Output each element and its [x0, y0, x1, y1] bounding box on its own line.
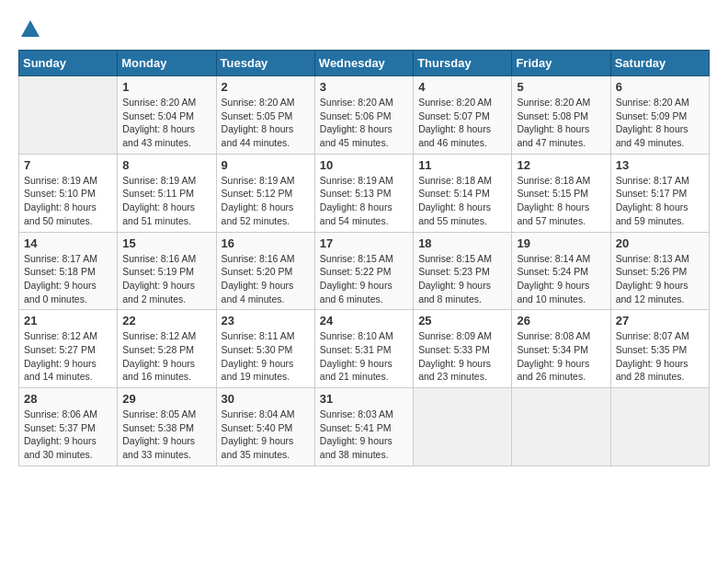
day-number: 13 — [616, 158, 704, 172]
day-number: 29 — [122, 392, 210, 406]
weekday-header-sunday: Sunday — [19, 51, 118, 76]
logo — [18, 18, 42, 40]
day-info: Sunrise: 8:11 AMSunset: 5:30 PMDaylight:… — [222, 329, 310, 384]
day-info: Sunrise: 8:19 AMSunset: 5:11 PMDaylight:… — [122, 174, 210, 228]
day-info: Sunrise: 8:16 AMSunset: 5:20 PMDaylight:… — [222, 252, 310, 306]
day-number: 17 — [320, 236, 408, 250]
day-number: 11 — [418, 158, 506, 172]
weekday-header-tuesday: Tuesday — [216, 51, 314, 76]
calendar-cell: 26Sunrise: 8:08 AMSunset: 5:34 PMDayligh… — [512, 310, 610, 388]
day-number: 25 — [418, 314, 506, 327]
day-info: Sunrise: 8:20 AMSunset: 5:05 PMDaylight:… — [222, 96, 310, 150]
calendar-cell: 28Sunrise: 8:06 AMSunset: 5:37 PMDayligh… — [19, 388, 118, 466]
day-number: 8 — [122, 158, 210, 172]
calendar-week-row: 14Sunrise: 8:17 AMSunset: 5:18 PMDayligh… — [19, 232, 710, 310]
day-number: 23 — [222, 314, 310, 327]
calendar-cell: 4Sunrise: 8:20 AMSunset: 5:07 PMDaylight… — [414, 76, 512, 155]
calendar-week-row: 28Sunrise: 8:06 AMSunset: 5:37 PMDayligh… — [19, 388, 710, 466]
day-number: 15 — [122, 236, 210, 250]
calendar-cell: 27Sunrise: 8:07 AMSunset: 5:35 PMDayligh… — [610, 310, 709, 388]
day-info: Sunrise: 8:19 AMSunset: 5:12 PMDaylight:… — [222, 174, 310, 228]
calendar-cell: 21Sunrise: 8:12 AMSunset: 5:27 PMDayligh… — [19, 310, 118, 388]
day-info: Sunrise: 8:15 AMSunset: 5:22 PMDaylight:… — [320, 252, 408, 306]
calendar-cell: 22Sunrise: 8:12 AMSunset: 5:28 PMDayligh… — [118, 310, 216, 388]
day-info: Sunrise: 8:20 AMSunset: 5:04 PMDaylight:… — [122, 96, 210, 150]
day-number: 19 — [517, 236, 605, 250]
calendar-header-row: SundayMondayTuesdayWednesdayThursdayFrid… — [19, 51, 710, 76]
day-info: Sunrise: 8:07 AMSunset: 5:35 PMDaylight:… — [616, 329, 704, 384]
logo-icon — [19, 18, 41, 40]
calendar-cell: 16Sunrise: 8:16 AMSunset: 5:20 PMDayligh… — [216, 232, 314, 310]
calendar-cell: 30Sunrise: 8:04 AMSunset: 5:40 PMDayligh… — [216, 388, 314, 466]
day-info: Sunrise: 8:16 AMSunset: 5:19 PMDaylight:… — [122, 252, 210, 306]
calendar-cell: 8Sunrise: 8:19 AMSunset: 5:11 PMDaylight… — [118, 154, 216, 232]
day-info: Sunrise: 8:18 AMSunset: 5:15 PMDaylight:… — [517, 174, 605, 228]
day-number: 27 — [616, 314, 704, 327]
day-number: 3 — [320, 80, 408, 94]
weekday-header-thursday: Thursday — [414, 51, 512, 76]
calendar-cell: 18Sunrise: 8:15 AMSunset: 5:23 PMDayligh… — [414, 232, 512, 310]
day-info: Sunrise: 8:17 AMSunset: 5:18 PMDaylight:… — [24, 252, 112, 306]
calendar-cell: 17Sunrise: 8:15 AMSunset: 5:22 PMDayligh… — [314, 232, 413, 310]
day-info: Sunrise: 8:20 AMSunset: 5:08 PMDaylight:… — [517, 96, 605, 150]
day-info: Sunrise: 8:20 AMSunset: 5:06 PMDaylight:… — [320, 96, 408, 150]
day-info: Sunrise: 8:06 AMSunset: 5:37 PMDaylight:… — [24, 408, 112, 462]
day-info: Sunrise: 8:08 AMSunset: 5:34 PMDaylight:… — [517, 329, 605, 384]
day-info: Sunrise: 8:04 AMSunset: 5:40 PMDaylight:… — [222, 408, 310, 462]
day-info: Sunrise: 8:19 AMSunset: 5:13 PMDaylight:… — [320, 174, 408, 228]
calendar-cell: 25Sunrise: 8:09 AMSunset: 5:33 PMDayligh… — [414, 310, 512, 388]
day-number: 7 — [24, 158, 112, 172]
day-number: 22 — [122, 314, 210, 327]
calendar-cell: 9Sunrise: 8:19 AMSunset: 5:12 PMDaylight… — [216, 154, 314, 232]
day-number: 10 — [320, 158, 408, 172]
calendar-cell: 19Sunrise: 8:14 AMSunset: 5:24 PMDayligh… — [512, 232, 610, 310]
calendar-cell: 24Sunrise: 8:10 AMSunset: 5:31 PMDayligh… — [314, 310, 413, 388]
day-info: Sunrise: 8:05 AMSunset: 5:38 PMDaylight:… — [122, 408, 210, 462]
day-number: 12 — [517, 158, 605, 172]
calendar-cell: 5Sunrise: 8:20 AMSunset: 5:08 PMDaylight… — [512, 76, 610, 155]
day-number: 1 — [122, 80, 210, 94]
day-number: 2 — [222, 80, 310, 94]
calendar-cell: 23Sunrise: 8:11 AMSunset: 5:30 PMDayligh… — [216, 310, 314, 388]
calendar-body: 1Sunrise: 8:20 AMSunset: 5:04 PMDaylight… — [19, 76, 710, 466]
calendar-table: SundayMondayTuesdayWednesdayThursdayFrid… — [18, 50, 710, 466]
day-number: 28 — [24, 392, 112, 406]
day-number: 14 — [24, 236, 112, 250]
calendar-cell: 20Sunrise: 8:13 AMSunset: 5:26 PMDayligh… — [610, 232, 709, 310]
calendar-week-row: 1Sunrise: 8:20 AMSunset: 5:04 PMDaylight… — [19, 76, 710, 155]
calendar-cell: 12Sunrise: 8:18 AMSunset: 5:15 PMDayligh… — [512, 154, 610, 232]
day-info: Sunrise: 8:15 AMSunset: 5:23 PMDaylight:… — [418, 252, 506, 306]
calendar-cell — [512, 388, 610, 466]
calendar-cell — [610, 388, 709, 466]
day-info: Sunrise: 8:09 AMSunset: 5:33 PMDaylight:… — [418, 329, 506, 384]
day-info: Sunrise: 8:10 AMSunset: 5:31 PMDaylight:… — [320, 329, 408, 384]
calendar-cell: 1Sunrise: 8:20 AMSunset: 5:04 PMDaylight… — [118, 76, 216, 155]
calendar-week-row: 21Sunrise: 8:12 AMSunset: 5:27 PMDayligh… — [19, 310, 710, 388]
calendar-cell: 6Sunrise: 8:20 AMSunset: 5:09 PMDaylight… — [610, 76, 709, 155]
day-info: Sunrise: 8:18 AMSunset: 5:14 PMDaylight:… — [418, 174, 506, 228]
day-info: Sunrise: 8:19 AMSunset: 5:10 PMDaylight:… — [24, 174, 112, 228]
day-info: Sunrise: 8:20 AMSunset: 5:07 PMDaylight:… — [418, 96, 506, 150]
calendar-cell: 3Sunrise: 8:20 AMSunset: 5:06 PMDaylight… — [314, 76, 413, 155]
day-number: 24 — [320, 314, 408, 327]
day-number: 30 — [222, 392, 310, 406]
calendar-cell: 15Sunrise: 8:16 AMSunset: 5:19 PMDayligh… — [118, 232, 216, 310]
weekday-header-monday: Monday — [118, 51, 216, 76]
calendar-cell — [19, 76, 118, 155]
day-number: 20 — [616, 236, 704, 250]
day-info: Sunrise: 8:13 AMSunset: 5:26 PMDaylight:… — [616, 252, 704, 306]
weekday-header-saturday: Saturday — [610, 51, 709, 76]
day-info: Sunrise: 8:12 AMSunset: 5:28 PMDaylight:… — [122, 329, 210, 384]
day-number: 4 — [418, 80, 506, 94]
calendar-cell: 11Sunrise: 8:18 AMSunset: 5:14 PMDayligh… — [414, 154, 512, 232]
day-number: 26 — [517, 314, 605, 327]
day-info: Sunrise: 8:12 AMSunset: 5:27 PMDaylight:… — [24, 329, 112, 384]
weekday-header-friday: Friday — [512, 51, 610, 76]
day-info: Sunrise: 8:03 AMSunset: 5:41 PMDaylight:… — [320, 408, 408, 462]
page-header — [18, 18, 710, 40]
calendar-cell: 29Sunrise: 8:05 AMSunset: 5:38 PMDayligh… — [118, 388, 216, 466]
calendar-cell: 13Sunrise: 8:17 AMSunset: 5:17 PMDayligh… — [610, 154, 709, 232]
logo-general-text — [18, 18, 42, 40]
calendar-cell: 14Sunrise: 8:17 AMSunset: 5:18 PMDayligh… — [19, 232, 118, 310]
calendar-cell — [414, 388, 512, 466]
